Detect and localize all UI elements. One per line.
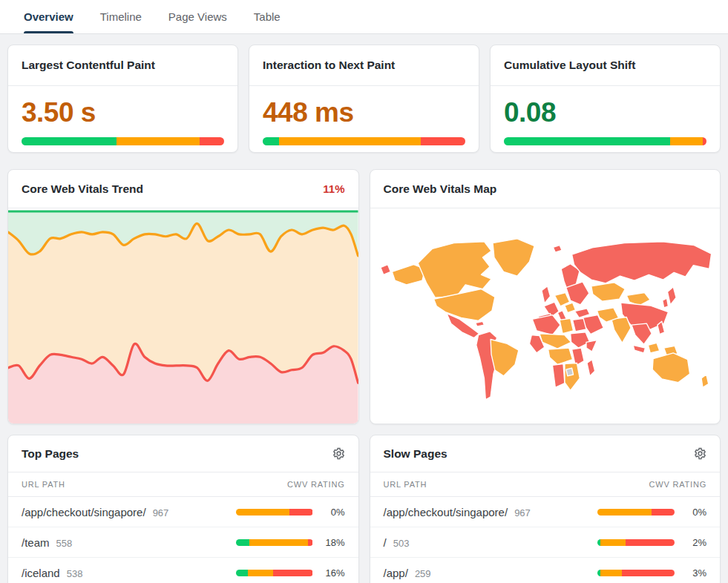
- tab-overview[interactable]: Overview: [24, 0, 73, 33]
- pages-card-title: Top Pages: [22, 447, 79, 461]
- cwv-bar: [22, 137, 224, 145]
- rating-cell: 0%: [236, 507, 345, 518]
- tab-table[interactable]: Table: [254, 0, 281, 33]
- col-url-path: URL PATH: [384, 480, 427, 489]
- map-region-brazil[interactable]: [491, 340, 519, 376]
- map-region-southeast-africa[interactable]: [564, 363, 579, 390]
- table-row[interactable]: /app/2593%: [370, 558, 721, 583]
- map-region-korea[interactable]: [662, 298, 668, 308]
- map-region-uk[interactable]: [541, 286, 550, 303]
- bar-segment-poor: [200, 137, 224, 145]
- rating-cell: 18%: [236, 537, 345, 548]
- page-cell: /503: [384, 536, 410, 549]
- metric-title: Cumulative Layout Shift: [504, 59, 635, 72]
- table-row[interactable]: /app/checkout/singapore/9670%: [8, 497, 358, 527]
- map-region-kazakhstan[interactable]: [591, 283, 625, 301]
- bar-segment-poor: [308, 539, 312, 546]
- metric-title: Largest Contentful Paint: [22, 59, 155, 72]
- page-path: /app/: [384, 567, 408, 579]
- metric-body: 448 ms: [249, 86, 479, 145]
- gear-icon[interactable]: [694, 447, 706, 460]
- map-card: Core Web Vitals Map: [370, 169, 721, 424]
- metric-card: Cumulative Layout Shift 0.08: [490, 45, 721, 153]
- tab-timeline[interactable]: Timeline: [100, 0, 142, 33]
- col-cwv-rating: CWV RATING: [649, 480, 706, 489]
- map-region-southwest-africa[interactable]: [552, 363, 564, 387]
- map-region-borneo[interactable]: [648, 343, 660, 353]
- cwv-bar: [597, 570, 675, 576]
- map-region-madagascar[interactable]: [586, 360, 594, 376]
- cwv-rating: 0%: [684, 507, 706, 518]
- col-cwv-rating: CWV RATING: [287, 480, 344, 489]
- table-row[interactable]: /app/checkout/singapore/9670%: [370, 497, 721, 527]
- map-region-australia[interactable]: [652, 353, 689, 383]
- map-region-russia[interactable]: [571, 242, 711, 283]
- tab-page-views[interactable]: Page Views: [168, 0, 227, 33]
- metric-card: Interaction to Next Paint 448 ms: [249, 45, 479, 153]
- bar-segment-good: [22, 137, 117, 145]
- trend-card-header: Core Web Vitals Trend 11%: [8, 170, 358, 208]
- map-region-egypt[interactable]: [572, 318, 586, 331]
- bar-segment-ni: [249, 539, 308, 546]
- tab-label: Timeline: [100, 10, 142, 23]
- page-count: 259: [415, 568, 431, 579]
- cwv-bar: [236, 539, 313, 546]
- map-region-libya[interactable]: [560, 318, 573, 333]
- world-map: [370, 208, 721, 424]
- rating-cell: 3%: [597, 567, 706, 579]
- table-body: /app/checkout/singapore/9670%/team55818%…: [8, 497, 358, 583]
- map-card-header: Core Web Vitals Map: [370, 170, 721, 208]
- metric-value: 0.08: [504, 99, 706, 126]
- map-region-iceland[interactable]: [553, 246, 562, 253]
- page-path: /: [384, 536, 387, 549]
- map-region-central-africa[interactable]: [548, 348, 572, 364]
- bar-segment-poor: [273, 570, 312, 576]
- bar-segment-poor: [652, 509, 675, 516]
- rating-cell: 0%: [597, 507, 706, 518]
- trend-chart-svg: [8, 208, 358, 424]
- charts-row: Core Web Vitals Trend 11% Core Web Vital…: [7, 169, 721, 424]
- pages-card-header: Top Pages: [8, 435, 358, 472]
- map-region-japan[interactable]: [667, 287, 676, 305]
- map-region-north-africa[interactable]: [532, 315, 560, 335]
- tab-label: Page Views: [168, 10, 227, 23]
- table-row[interactable]: /5032%: [370, 527, 721, 558]
- trend-card: Core Web Vitals Trend 11%: [7, 169, 359, 424]
- cwv-bar: [504, 137, 706, 145]
- gear-icon[interactable]: [332, 447, 345, 460]
- page-cell: /iceland538: [22, 567, 82, 579]
- metric-title: Interaction to Next Paint: [263, 59, 395, 72]
- bar-segment-poor: [703, 137, 706, 145]
- trend-title: Core Web Vitals Trend: [22, 182, 143, 196]
- table-row[interactable]: /iceland53816%: [8, 558, 358, 583]
- map-region-balkans[interactable]: [564, 303, 575, 313]
- col-url-path: URL PATH: [22, 480, 65, 489]
- map-region-se-asia[interactable]: [632, 323, 652, 344]
- map-region-new-zealand[interactable]: [701, 375, 709, 387]
- metric-card-header: Largest Contentful Paint: [8, 45, 237, 86]
- map-region-greenland[interactable]: [493, 239, 534, 276]
- rating-cell: 16%: [236, 567, 345, 579]
- page-path: /app/checkout/singapore/: [384, 506, 508, 518]
- cwv-rating: 2%: [684, 537, 706, 548]
- cwv-bar: [236, 570, 313, 576]
- map-region-india[interactable]: [611, 317, 630, 343]
- bar-segment-poor: [289, 509, 312, 516]
- pages-card: Top Pages URL PATH CWV RATING /app/check…: [7, 435, 359, 583]
- bar-segment-ni: [597, 509, 652, 516]
- page-cell: /app/checkout/singapore/967: [22, 506, 168, 518]
- bar-segment-ni: [600, 539, 626, 546]
- metric-card-header: Interaction to Next Paint: [249, 45, 479, 86]
- bar-segment-ni: [248, 570, 273, 576]
- tab-label: Table: [254, 10, 281, 23]
- map-region-cuba[interactable]: [475, 321, 484, 326]
- table-row[interactable]: /team55818%: [8, 527, 358, 558]
- bar-segment-good: [263, 137, 279, 145]
- page-count: 558: [56, 538, 73, 549]
- map-region-zimbabwe[interactable]: [565, 368, 573, 376]
- map-region-horn[interactable]: [586, 340, 597, 352]
- map-region-chukotka[interactable]: [380, 265, 390, 275]
- trend-chart[interactable]: [8, 208, 358, 424]
- map-region-sumatra-java[interactable]: [632, 345, 644, 353]
- bar-segment-good: [236, 570, 249, 576]
